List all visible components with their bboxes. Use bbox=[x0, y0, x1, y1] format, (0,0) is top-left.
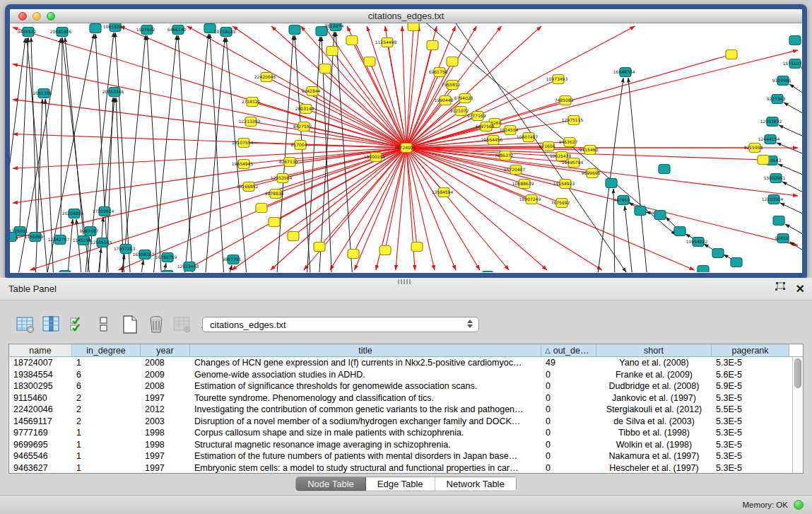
graph-node[interactable] bbox=[90, 24, 101, 33]
graph-node-selected[interactable] bbox=[314, 243, 325, 252]
column-header-in_degree[interactable]: in_degree bbox=[72, 344, 141, 356]
edge[interactable] bbox=[226, 37, 247, 272]
column-header-out_degree[interactable]: △out_de… bbox=[541, 344, 596, 356]
edge[interactable] bbox=[178, 35, 194, 272]
column-header-name[interactable]: name bbox=[9, 344, 72, 356]
edge[interactable] bbox=[76, 219, 82, 272]
edge[interactable] bbox=[424, 23, 676, 235]
close-panel-icon[interactable]: ✕ bbox=[796, 283, 805, 296]
row-selection-mode-icon[interactable] bbox=[68, 315, 88, 334]
table-row[interactable]: 1830029562008Estimation of significance … bbox=[9, 380, 803, 392]
table-row[interactable]: 1938455462009Genome-wide association stu… bbox=[9, 369, 803, 381]
window-titlebar[interactable]: citations_edges.txt bbox=[10, 9, 802, 23]
tab-edge-table[interactable]: Edge Table bbox=[366, 477, 435, 491]
node-label: 19166852 bbox=[237, 184, 259, 189]
table-row[interactable]: 2242004622012Investigating the contribut… bbox=[9, 404, 803, 416]
selected-edge[interactable] bbox=[406, 148, 565, 184]
graph-node[interactable] bbox=[773, 216, 784, 226]
tab-node-table[interactable]: Node Table bbox=[296, 477, 366, 491]
edge[interactable] bbox=[115, 33, 131, 272]
graph-node-selected[interactable] bbox=[319, 64, 331, 74]
edge[interactable] bbox=[784, 103, 802, 119]
selected-edge[interactable] bbox=[13, 148, 406, 168]
graph-node-selected[interactable] bbox=[408, 23, 419, 31]
graph-node-selected[interactable] bbox=[348, 250, 359, 259]
graph-node-selected[interactable] bbox=[379, 246, 391, 255]
selected-edge[interactable] bbox=[319, 148, 406, 247]
network-view[interactable]: 9435572206914061065328715276026466140107… bbox=[10, 23, 802, 272]
cell-in_degree: 1 bbox=[72, 428, 141, 438]
selected-edge[interactable] bbox=[120, 26, 406, 148]
vertical-scrollbar[interactable] bbox=[792, 357, 803, 473]
graph-node-selected[interactable] bbox=[326, 47, 338, 56]
column-header-title[interactable]: title bbox=[190, 344, 541, 356]
table-row[interactable]: 977716911998Corpus callosum shape and si… bbox=[9, 427, 803, 439]
column-header-pagerank[interactable]: pagerank bbox=[712, 344, 789, 356]
table-row[interactable]: 946554611997Estimation of the future num… bbox=[9, 450, 803, 462]
graph-node-selected[interactable] bbox=[447, 57, 458, 66]
graph-node[interactable] bbox=[162, 271, 173, 273]
graph-node[interactable] bbox=[712, 249, 724, 258]
selected-edge[interactable] bbox=[406, 148, 547, 270]
graph-node[interactable] bbox=[482, 271, 493, 273]
graph-node-selected[interactable] bbox=[256, 204, 267, 213]
table-selector-dropdown[interactable]: citations_edges.txt bbox=[202, 317, 479, 332]
edge[interactable] bbox=[801, 67, 802, 83]
column-visibility-icon[interactable] bbox=[42, 315, 61, 334]
graph-node[interactable] bbox=[606, 179, 617, 188]
graph-node-selected[interactable] bbox=[758, 156, 769, 165]
new-table-icon[interactable] bbox=[120, 315, 140, 334]
table-options-icon[interactable] bbox=[16, 315, 35, 334]
delete-table-icon[interactable] bbox=[146, 315, 166, 334]
table-row[interactable]: 911546021997Tourette syndrome. Phenomeno… bbox=[9, 392, 803, 404]
graph-node[interactable] bbox=[10, 233, 16, 242]
graph-node[interactable] bbox=[698, 266, 709, 273]
selected-edge[interactable] bbox=[385, 148, 406, 250]
edge[interactable] bbox=[182, 34, 208, 272]
selected-edge[interactable] bbox=[13, 148, 406, 203]
cell-title: Genome-wide association studies in ADHD. bbox=[190, 370, 541, 380]
graph-node-selected[interactable] bbox=[346, 36, 358, 45]
graph-node[interactable] bbox=[659, 165, 670, 174]
edge[interactable] bbox=[625, 206, 633, 272]
table-row[interactable]: 1872400712008Changes of HCN gene express… bbox=[9, 357, 803, 369]
graph-node-selected[interactable] bbox=[364, 57, 375, 66]
graph-node[interactable] bbox=[731, 258, 742, 267]
graph-node[interactable] bbox=[674, 227, 686, 236]
edge[interactable] bbox=[789, 84, 802, 100]
graph-node-selected[interactable] bbox=[269, 218, 280, 227]
edge[interactable] bbox=[777, 143, 802, 158]
edge[interactable] bbox=[35, 99, 42, 272]
float-panel-icon[interactable] bbox=[775, 282, 786, 296]
column-header-year[interactable]: year bbox=[141, 344, 190, 356]
graph-node[interactable] bbox=[789, 36, 801, 45]
column-header-short[interactable]: short bbox=[596, 344, 712, 356]
table-row[interactable]: 969969511998Structural magnetic resonanc… bbox=[9, 439, 803, 451]
cell-out_degree: 0 bbox=[541, 463, 596, 473]
edge[interactable] bbox=[139, 260, 143, 272]
selected-edge[interactable] bbox=[13, 28, 406, 148]
full-table-mode-icon[interactable] bbox=[94, 315, 114, 334]
cell-name: 22420046 bbox=[9, 404, 72, 414]
graph-node[interactable] bbox=[59, 271, 71, 273]
table-row[interactable]: 1456911722003Disruption of a novel membe… bbox=[9, 416, 803, 428]
graph-node-selected[interactable] bbox=[726, 50, 737, 59]
splitter-grip[interactable] bbox=[398, 279, 412, 284]
cell-short: de Silva et al. (2003) bbox=[596, 416, 712, 426]
network-graph-canvas[interactable]: 9435572206914061065328715276026466140107… bbox=[10, 23, 802, 272]
edge[interactable] bbox=[597, 78, 623, 272]
graph-node[interactable] bbox=[289, 25, 300, 35]
scrollbar-thumb[interactable] bbox=[794, 358, 801, 388]
graph-node-selected[interactable] bbox=[427, 41, 438, 50]
graph-node-selected[interactable] bbox=[288, 232, 299, 241]
edge[interactable] bbox=[779, 125, 802, 141]
table-row[interactable]: 946362711997Embryonic stem cells: a mode… bbox=[9, 462, 803, 474]
graph-node-selected[interactable] bbox=[411, 243, 423, 252]
cell-title: Corpus callosum shape and size in male p… bbox=[190, 428, 541, 438]
edge[interactable] bbox=[67, 219, 73, 272]
tab-network-table[interactable]: Network Table bbox=[435, 477, 516, 491]
graph-node[interactable] bbox=[654, 211, 666, 220]
selected-edge[interactable] bbox=[330, 148, 406, 270]
graph-node[interactable] bbox=[635, 206, 646, 216]
edge[interactable] bbox=[226, 265, 232, 272]
